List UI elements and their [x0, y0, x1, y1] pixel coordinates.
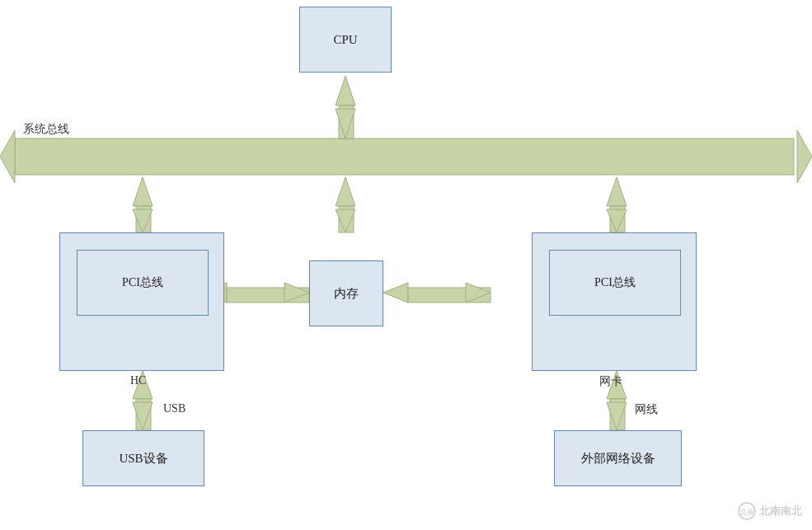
svg-text:北南: 北南	[739, 508, 754, 516]
nic-box: PCI总线	[532, 232, 697, 371]
pci-right-box: PCI总线	[549, 250, 681, 316]
svg-marker-22	[383, 283, 408, 303]
watermark: 北南 北南南北	[738, 502, 802, 520]
usb-device-label: USB设备	[119, 451, 167, 467]
cpu-box: CPU	[299, 7, 392, 73]
memory-label: 内存	[334, 286, 359, 302]
svg-marker-6	[797, 130, 812, 183]
external-network-box: 外部网络设备	[554, 430, 682, 486]
svg-marker-4	[15, 138, 794, 175]
pci-left-label: PCI总线	[122, 275, 163, 290]
hc-box: PCI总线	[59, 232, 224, 371]
hc-label: HC	[130, 374, 146, 387]
diagram: CPU 系统总线 PCI总线 HC 内存 PCI总线 网卡 USB USB设备 …	[0, 0, 812, 530]
svg-marker-13	[336, 177, 355, 206]
svg-marker-10	[133, 177, 153, 206]
system-bus-label: 系统总线	[23, 122, 69, 137]
usb-device-box: USB设备	[82, 430, 204, 486]
external-network-label: 外部网络设备	[581, 451, 655, 467]
pci-right-label: PCI总线	[594, 275, 636, 290]
svg-marker-16	[607, 177, 627, 206]
pci-left-box: PCI总线	[77, 250, 209, 316]
usb-label: USB	[163, 402, 185, 415]
cable-label: 网线	[635, 402, 658, 417]
svg-marker-5	[0, 130, 15, 183]
memory-box: 内存	[309, 260, 383, 326]
nic-label: 网卡	[599, 374, 622, 389]
svg-marker-7	[336, 76, 355, 106]
cpu-label: CPU	[333, 33, 357, 47]
